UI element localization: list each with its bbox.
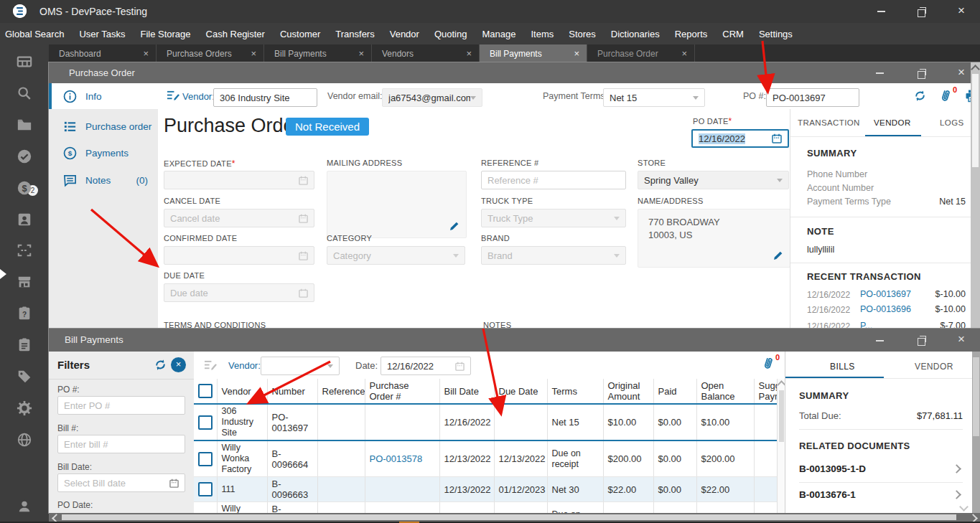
menu-quoting[interactable]: Quoting — [434, 29, 467, 39]
store-icon[interactable] — [17, 274, 32, 290]
bp-vertical-scrollbar[interactable] — [972, 352, 980, 513]
col-suggested-payment[interactable]: Sugge Paym — [754, 379, 777, 404]
scrollbar-thumb[interactable] — [973, 357, 979, 436]
category-dropdown[interactable]: Category — [327, 246, 465, 265]
bp-close-button[interactable]: × — [958, 335, 965, 344]
po-date-input[interactable]: 12/16/2022 — [691, 129, 789, 148]
globe-icon[interactable] — [17, 432, 32, 448]
related-document-link[interactable]: B-0013095-1-D — [799, 463, 866, 474]
dashboard-icon[interactable] — [17, 54, 32, 70]
po-nav-notes[interactable]: Notes (0) — [49, 169, 158, 192]
contact-card-icon[interactable] — [17, 212, 32, 227]
tab-close-icon[interactable]: × — [251, 48, 256, 59]
calendar-icon[interactable] — [455, 362, 465, 371]
user-icon[interactable] — [17, 499, 32, 514]
tab-close-icon[interactable]: × — [358, 48, 364, 59]
filter-po-input[interactable]: Enter PO # — [57, 396, 185, 415]
menu-global-search[interactable]: Global Search — [5, 29, 64, 39]
filters-refresh-icon[interactable] — [154, 358, 167, 374]
row-checkbox[interactable] — [198, 482, 213, 496]
gear-icon[interactable] — [17, 400, 32, 416]
related-document-link[interactable]: B-0013676-1 — [799, 489, 856, 500]
menu-reports[interactable]: Reports — [675, 29, 708, 39]
menu-transfers[interactable]: Transfers — [335, 29, 374, 39]
col-terms[interactable]: Terms — [547, 379, 603, 404]
refresh-icon[interactable] — [913, 89, 927, 105]
row-checkbox-cell[interactable] — [194, 477, 217, 502]
scroll-down-icon[interactable] — [959, 502, 969, 512]
tasks-check-icon[interactable] — [17, 149, 32, 164]
tab-purchase-orders[interactable]: Purchase Orders× — [157, 44, 264, 62]
tab-close-icon[interactable]: × — [466, 48, 472, 59]
po-vendor-email-dropdown[interactable]: ja67543@gmail.com — [382, 88, 482, 107]
menu-crm[interactable]: CRM — [722, 29, 744, 39]
tab-vendors[interactable]: Vendors× — [372, 44, 480, 62]
help-clipboard-icon[interactable]: ? — [17, 306, 32, 321]
po-vendor-input[interactable]: 306 Industry Site — [213, 88, 317, 107]
col-bill-date[interactable]: Bill Date — [439, 379, 494, 404]
tab-close-icon[interactable]: × — [681, 48, 687, 59]
po-vertical-scrollbar[interactable] — [971, 62, 980, 329]
sidebar-expander-arrow[interactable] — [0, 269, 6, 279]
app-minimize-button[interactable] — [877, 11, 885, 12]
po-nav-info[interactable]: Info — [49, 83, 158, 109]
due-date-input[interactable]: Due date — [164, 283, 314, 302]
select-all-checkbox[interactable] — [198, 384, 213, 398]
tab-purchase-order[interactable]: Purchase Order× — [587, 44, 695, 62]
tab-bill-payments-1[interactable]: Bill Payments× — [264, 44, 372, 62]
horizontal-scrollbar[interactable] — [49, 513, 980, 522]
po-link[interactable]: PO-0013578 — [370, 453, 423, 464]
menu-file-storage[interactable]: File Storage — [140, 29, 190, 39]
recent-ref-link[interactable]: PO-0013697 — [860, 289, 911, 299]
edit-pencil-icon[interactable] — [773, 250, 784, 264]
col-vendor[interactable]: Vendor — [217, 379, 267, 404]
confirmed-date-input[interactable] — [164, 246, 314, 265]
po-nav-purchase-order[interactable]: Purchase order — [49, 115, 158, 138]
menu-items[interactable]: Items — [531, 29, 554, 39]
po-panel-tab-logs[interactable]: LOGS — [940, 118, 964, 127]
po-number-input[interactable]: PO-0013697 — [766, 88, 859, 107]
tab-dashboard[interactable]: Dashboard× — [49, 44, 157, 62]
chevron-right-icon[interactable] — [952, 490, 961, 499]
tab-close-icon[interactable]: × — [574, 48, 579, 59]
tab-bill-payments-2[interactable]: Bill Payments× — [480, 44, 587, 62]
tag-icon[interactable] — [17, 369, 32, 385]
table-row[interactable]: 306 Industry Site PO-0013697 12/16/2022 … — [194, 404, 777, 440]
recent-ref-link[interactable]: P... — [860, 321, 872, 329]
folder-icon[interactable] — [17, 117, 32, 133]
app-close-button[interactable]: × — [958, 6, 965, 15]
filter-bill-date-input[interactable]: Select Bill date — [57, 473, 185, 492]
chevron-right-icon[interactable] — [952, 464, 961, 473]
reference-input[interactable]: Reference # — [481, 171, 626, 189]
table-row[interactable]: 111 B-0096663 12/13/2022 01/12/2023 Net … — [194, 477, 777, 502]
expected-date-input[interactable] — [164, 171, 314, 189]
cancel-date-input[interactable]: Cancel date — [164, 209, 314, 227]
col-original-amount[interactable]: Original Amount — [603, 379, 653, 404]
menu-customer[interactable]: Customer — [280, 29, 320, 39]
po-restore-button[interactable] — [918, 71, 925, 79]
menu-settings[interactable]: Settings — [759, 29, 793, 39]
payments-dollar-icon[interactable]: $ — [17, 180, 32, 196]
brand-dropdown[interactable]: Brand — [481, 246, 626, 265]
bp-date-input[interactable]: 12/16/2022 — [381, 357, 471, 375]
bp-panel-tab-vendor[interactable]: VENDOR — [915, 362, 953, 372]
transfer-scan-icon[interactable] — [17, 242, 32, 258]
po-panel-tab-transaction[interactable]: TRANSACTION — [798, 118, 860, 127]
bp-panel-tab-bills[interactable]: BILLS — [830, 362, 855, 372]
filter-bill-input[interactable]: Enter bill # — [57, 435, 185, 453]
po-nav-payments[interactable]: $ Payments — [49, 141, 158, 164]
menu-stores[interactable]: Stores — [569, 29, 596, 39]
menu-vendor[interactable]: Vendor — [390, 29, 419, 39]
po-close-button[interactable]: × — [958, 68, 965, 77]
scrollbar-thumb[interactable] — [972, 74, 979, 167]
filters-close-icon[interactable]: × — [171, 357, 186, 372]
bp-vendor-dropdown[interactable] — [261, 357, 340, 375]
order-clipboard-icon[interactable] — [17, 337, 32, 353]
scrollbar-thumb[interactable] — [62, 514, 956, 520]
edit-lines-icon[interactable] — [167, 90, 180, 105]
scrollbar-thumb[interactable] — [779, 390, 784, 442]
store-dropdown[interactable]: Spring Valley — [638, 171, 789, 189]
table-row[interactable]: Willy Wonka Factory B-0096664 PO-0013578… — [194, 440, 777, 477]
paperclip-icon[interactable] — [761, 356, 775, 373]
po-payment-terms-dropdown[interactable]: Net 15 — [603, 88, 705, 107]
